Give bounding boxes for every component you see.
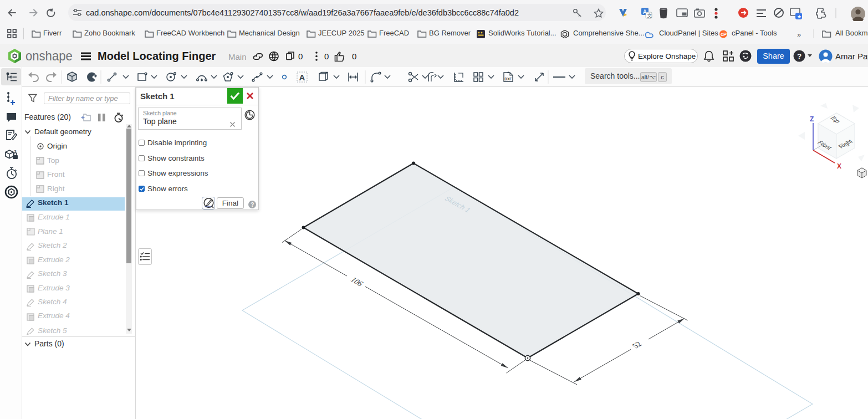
svg-text:文: 文 [647, 13, 652, 18]
svg-text:52: 52 [630, 340, 644, 350]
svg-text:106: 106 [349, 276, 366, 288]
svg-text:»: » [797, 30, 801, 39]
svg-text:?: ? [14, 149, 17, 154]
svg-text:?: ? [251, 202, 254, 208]
svg-text:★: ★ [797, 14, 801, 19]
svg-text:Z: Z [810, 115, 814, 123]
svg-text:DXF: DXF [504, 77, 512, 81]
svg-text:?: ? [797, 52, 801, 60]
svg-text:A: A [299, 73, 305, 82]
svg-text:X: X [837, 162, 841, 170]
svg-text:cP: cP [721, 32, 727, 37]
